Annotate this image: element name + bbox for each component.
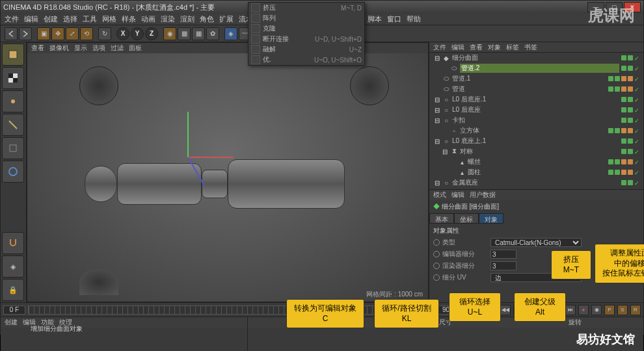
tree-row[interactable]: ▫立方体✓ [429, 125, 643, 136]
menu-渲刻[interactable]: 渲刻 [180, 14, 195, 24]
ctx-item[interactable]: 阵列 [248, 13, 364, 23]
x-axis-lock[interactable]: X [116, 27, 129, 40]
om-tab[interactable]: 书签 [524, 43, 537, 52]
rotate-tool[interactable]: ⟲ [80, 27, 93, 40]
svg-rect-1 [8, 73, 13, 78]
render-pv[interactable]: ▦ [192, 27, 205, 40]
move-tool[interactable]: ✥ [51, 27, 64, 40]
attr-subtab[interactable]: 基本 [429, 213, 454, 224]
svg-rect-0 [9, 51, 17, 58]
object-tree[interactable]: ⊟◆细分曲面✓⬭管道.2✓⬭管道.1✓⬭管道✓⊟○L0 后底座.1✓⊟○L0 后… [429, 53, 643, 189]
key-pos[interactable]: P [604, 305, 615, 315]
material-panel[interactable]: 创建编辑功能纹理 [1, 317, 248, 351]
go-end[interactable]: ⏭ [565, 305, 576, 315]
attr-tab[interactable]: 用户数据 [470, 190, 496, 200]
render-view[interactable]: ▦ [178, 27, 191, 40]
tree-row[interactable]: ⊟◆细分曲面✓ [429, 53, 643, 63]
ctx-item[interactable]: 克隆 [248, 23, 364, 34]
render-settings[interactable]: ✿ [206, 27, 219, 40]
y-axis-lock[interactable]: Y [131, 27, 144, 40]
vptab[interactable]: 显示 [74, 44, 87, 53]
snap-toggle[interactable] [2, 232, 24, 254]
om-tab[interactable]: 文件 [433, 43, 446, 52]
viewport-3d[interactable] [27, 53, 428, 302]
ctx-item[interactable]: 挤压M~T, D [248, 3, 364, 13]
menu-编辑[interactable]: 编辑 [24, 14, 38, 24]
context-menu[interactable]: 挤压M~T, D阵列克隆断开连接U~D, U~Shift+D融解U~Z优.U~O… [248, 2, 365, 66]
menu-渲染[interactable]: 渲染 [161, 14, 175, 24]
point-mode[interactable] [2, 90, 24, 112]
om-tab[interactable]: 对象 [488, 43, 501, 52]
menu-网格[interactable]: 网格 [102, 14, 116, 24]
cube-primitive[interactable]: ◈ [224, 27, 237, 40]
menu-选择[interactable]: 选择 [63, 14, 77, 24]
menu-窗口[interactable]: 窗口 [387, 14, 401, 24]
record-button[interactable]: ● [578, 305, 589, 315]
tree-row[interactable]: ⊟○金属底座✓ [429, 177, 643, 188]
edge-mode[interactable] [2, 114, 24, 136]
om-tab[interactable]: 编辑 [451, 43, 464, 52]
menu-脚本[interactable]: 脚本 [368, 14, 382, 24]
mat-tab[interactable]: 创建 [5, 318, 18, 327]
attr-tab[interactable]: 编辑 [451, 190, 464, 200]
vptab[interactable]: 选项 [92, 44, 105, 53]
ctx-item[interactable]: 融解U~Z [248, 44, 364, 55]
model-mode[interactable] [2, 44, 24, 66]
redo-button[interactable] [19, 27, 32, 40]
tree-row[interactable]: ⊟○L0 后底座.1✓ [429, 94, 643, 105]
coord-system[interactable]: ◉ [163, 27, 176, 40]
menu-帮助[interactable]: 帮助 [407, 14, 421, 24]
coord-tab[interactable]: 旋转 [569, 318, 582, 327]
attr-tab[interactable]: 模式 [433, 190, 446, 200]
undo-button[interactable] [5, 27, 18, 40]
menu-创建[interactable]: 创建 [44, 14, 58, 24]
tree-row[interactable]: ⊟⧗对称✓ [429, 146, 643, 157]
texture-mode[interactable] [2, 67, 24, 89]
vptab[interactable]: 面板 [129, 44, 142, 53]
menu-文件[interactable]: 文件 [5, 14, 19, 24]
tree-row[interactable]: ⊟○L0 底座上.1✓ [429, 136, 643, 146]
prev-key[interactable]: ◀◀ [500, 305, 511, 315]
attr-section-label: 对象属性 [433, 226, 639, 235]
ctx-item[interactable]: 优.U~O, U~Shift+O [248, 55, 364, 65]
menu-工具[interactable]: 工具 [83, 14, 97, 24]
viewport[interactable]: 查看摄像机显示选项过滤面板 透视视图 网格间距 : 1000 cm [27, 42, 429, 302]
key-scale[interactable]: S [617, 305, 628, 315]
attr-header-tabs: 模式编辑用户数据 [429, 190, 643, 200]
menu-角色[interactable]: 角色 [200, 14, 214, 24]
attr-subtab[interactable]: 坐标 [454, 213, 479, 224]
om-tab[interactable]: 标签 [506, 43, 519, 52]
scale-tool[interactable]: ⤢ [66, 27, 79, 40]
attr-input[interactable] [490, 261, 517, 270]
tree-row[interactable]: ⬭管道.1✓ [429, 73, 643, 84]
tree-row[interactable]: ⬭管道.2✓ [429, 63, 643, 73]
vptab[interactable]: 过滤 [111, 44, 124, 53]
tree-row[interactable]: ▴圆柱✓ [429, 167, 643, 177]
z-axis-lock[interactable]: Z [145, 27, 158, 40]
menu-动画[interactable]: 动画 [141, 14, 155, 24]
vptab[interactable]: 摄像机 [49, 44, 69, 53]
om-tab[interactable]: 查看 [470, 43, 483, 52]
timeline-start[interactable] [3, 306, 25, 315]
ctx-item[interactable]: 断开连接U~D, U~Shift+D [248, 34, 364, 44]
select-tool[interactable]: ▣ [37, 27, 50, 40]
vptab[interactable]: 查看 [31, 44, 44, 53]
lock-icon[interactable]: 🔒 [2, 279, 24, 301]
tree-row[interactable]: ⊟○L0 后底座✓ [429, 105, 643, 115]
tree-row[interactable]: ▴螺丝✓ [429, 157, 643, 167]
autokey[interactable]: ◉ [591, 305, 602, 315]
workplane[interactable]: ◈ [2, 255, 24, 278]
axis-mode[interactable] [2, 161, 24, 183]
grid-info: 网格间距 : 1000 cm [366, 290, 423, 299]
tree-row[interactable]: ⬭管道✓ [429, 84, 643, 94]
recent-tool[interactable]: ↻ [98, 27, 111, 40]
attr-subtab[interactable]: 对象 [479, 213, 503, 224]
menu-扩展[interactable]: 扩展 [219, 14, 234, 24]
svg-point-7 [9, 168, 17, 176]
tree-row[interactable]: ⊟○卡扣✓ [429, 115, 643, 125]
attr-input[interactable] [490, 250, 517, 259]
attr-select[interactable]: Catmull-Clark(N-Gons) [490, 238, 582, 247]
key-rot[interactable]: R [630, 305, 641, 315]
menu-样条[interactable]: 样条 [122, 14, 136, 24]
poly-mode[interactable] [2, 137, 24, 159]
